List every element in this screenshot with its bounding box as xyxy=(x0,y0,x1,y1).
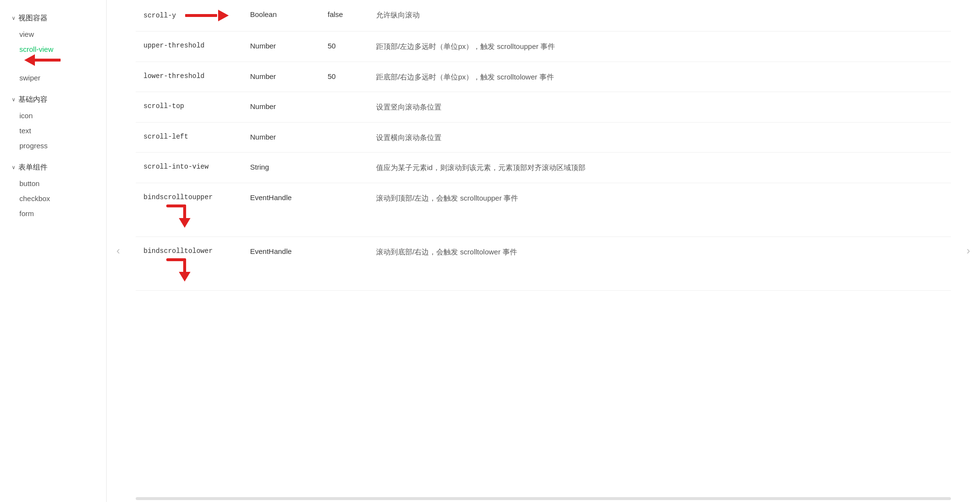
sidebar-section-label-2: 基础内容 xyxy=(18,95,47,104)
sidebar-item-view[interactable]: view xyxy=(0,27,106,42)
horizontal-scrollbar[interactable] xyxy=(136,497,951,500)
table-row: scroll-into-view String 值应为某子元素id，则滚动到该元… xyxy=(136,153,951,183)
svg-marker-1 xyxy=(24,54,35,66)
svg-marker-6 xyxy=(179,218,190,228)
attr-name: scroll-top xyxy=(136,92,242,123)
main-content: ‹ › scroll-y Boolea xyxy=(107,0,980,502)
attr-type: EventHandle xyxy=(242,236,320,290)
sidebar-item-form[interactable]: form xyxy=(0,206,106,221)
nav-next-button[interactable]: › xyxy=(961,236,976,266)
attr-default xyxy=(320,92,368,123)
sidebar-item-text[interactable]: text xyxy=(0,123,106,138)
attr-name: scroll-y xyxy=(136,0,242,31)
table-row: scroll-left Number 设置横向滚动条位置 xyxy=(136,122,951,153)
attr-desc: 设置横向滚动条位置 xyxy=(368,122,951,153)
attr-default xyxy=(320,236,368,290)
sidebar-section-label-3: 表单组件 xyxy=(18,163,47,172)
attr-name: scroll-into-view xyxy=(136,153,242,183)
svg-marker-3 xyxy=(218,10,229,21)
sidebar-item-scroll-view[interactable]: scroll-view xyxy=(0,42,106,70)
chevron-down-icon-3: ∨ xyxy=(12,164,16,171)
sidebar-section-basic-content[interactable]: ∨ 基础内容 xyxy=(0,91,106,108)
sidebar-item-icon[interactable]: icon xyxy=(0,108,106,123)
sidebar-section-form[interactable]: ∨ 表单组件 xyxy=(0,159,106,176)
svg-marker-9 xyxy=(179,272,190,282)
attr-desc: 设置竖向滚动条位置 xyxy=(368,92,951,123)
attr-desc: 滚动到顶部/左边，会触发 scrolltoupper 事件 xyxy=(368,183,951,236)
attr-name: bindscrolltoupper xyxy=(136,183,242,236)
attr-default: false xyxy=(320,0,368,31)
attributes-table: scroll-y Boolean false 允许纵向滚动 xyxy=(136,0,951,291)
attr-type: Number xyxy=(242,122,320,153)
attributes-table-area: scroll-y Boolean false 允许纵向滚动 xyxy=(107,0,980,497)
red-arrow-down-icon xyxy=(143,204,192,228)
table-row: scroll-y Boolean false 允许纵向滚动 xyxy=(136,0,951,31)
attr-desc: 距顶部/左边多远时（单位px），触发 scrolltoupper 事件 xyxy=(368,31,951,62)
chevron-down-icon: ∨ xyxy=(12,15,16,21)
attr-desc: 距底部/右边多远时（单位px），触发 scrolltolower 事件 xyxy=(368,62,951,92)
nav-prev-button[interactable]: ‹ xyxy=(111,236,126,266)
table-row: scroll-top Number 设置竖向滚动条位置 xyxy=(136,92,951,123)
attr-type: Number xyxy=(242,92,320,123)
attr-default xyxy=(320,183,368,236)
attr-desc: 滚动到底部/右边，会触发 scrolltolower 事件 xyxy=(368,236,951,290)
attr-type: String xyxy=(242,153,320,183)
attr-type: Number xyxy=(242,31,320,62)
attr-desc: 值应为某子元素id，则滚动到该元素，元素顶部对齐滚动区域顶部 xyxy=(368,153,951,183)
red-arrow-down-icon-2 xyxy=(143,257,192,282)
chevron-down-icon-2: ∨ xyxy=(12,96,16,103)
attr-default: 50 xyxy=(320,62,368,92)
attr-default: 50 xyxy=(320,31,368,62)
sidebar-section-label: 视图容器 xyxy=(18,14,47,23)
attr-name: scroll-left xyxy=(136,122,242,153)
red-arrow-right-icon xyxy=(185,9,229,22)
attr-type: Number xyxy=(242,62,320,92)
attr-name: upper-threshold xyxy=(136,31,242,62)
svg-rect-2 xyxy=(185,14,217,17)
red-arrow-left-icon xyxy=(24,53,63,67)
attr-default xyxy=(320,122,368,153)
attr-type: Boolean xyxy=(242,0,320,31)
sidebar-item-swiper[interactable]: swiper xyxy=(0,70,106,85)
attr-name: lower-threshold xyxy=(136,62,242,92)
attr-name: bindscrolltolower xyxy=(136,236,242,290)
svg-rect-0 xyxy=(34,59,61,62)
sidebar: ∨ 视图容器 view scroll-view swiper ∨ 基础内容 ic… xyxy=(0,0,107,502)
sidebar-item-button[interactable]: button xyxy=(0,176,106,191)
attr-default xyxy=(320,153,368,183)
attr-type: EventHandle xyxy=(242,183,320,236)
attr-desc: 允许纵向滚动 xyxy=(368,0,951,31)
table-row: lower-threshold Number 50 距底部/右边多远时（单位px… xyxy=(136,62,951,92)
sidebar-item-checkbox[interactable]: checkbox xyxy=(0,191,106,206)
table-row: bindscrolltoupper EventHandle xyxy=(136,183,951,236)
table-row: upper-threshold Number 50 距顶部/左边多远时（单位px… xyxy=(136,31,951,62)
sidebar-item-progress[interactable]: progress xyxy=(0,138,106,153)
sidebar-section-view-container[interactable]: ∨ 视图容器 xyxy=(0,10,106,27)
table-row: bindscrolltolower EventHandle xyxy=(136,236,951,290)
